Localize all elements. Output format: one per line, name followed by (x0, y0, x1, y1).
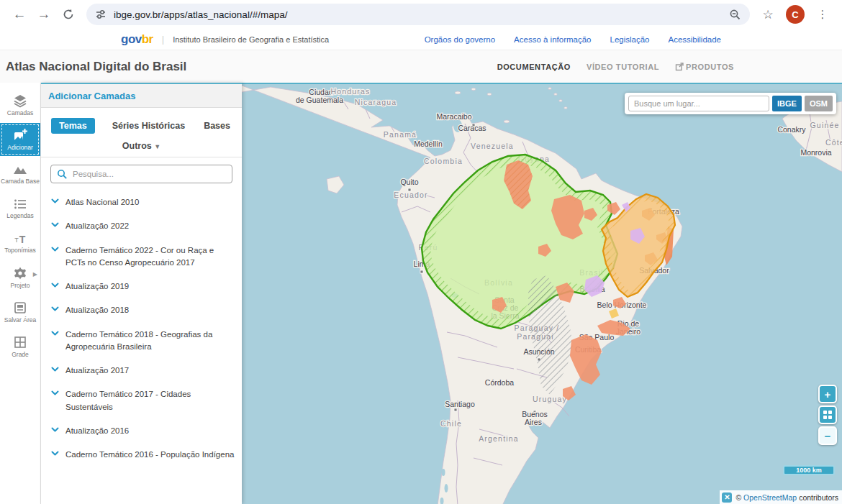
map-label: Panamá (384, 130, 417, 139)
external-link-icon (675, 63, 684, 71)
map-label: Ecuador (394, 191, 428, 199)
mountain-icon (12, 163, 28, 176)
chevron-down-icon (51, 247, 59, 252)
map-label: Chile (440, 419, 462, 428)
openstreetmap-link[interactable]: OpenStreetMap (743, 493, 797, 502)
chevron-down-icon (51, 427, 59, 433)
attribution-bar: ✕ © OpenStreetMap contributors (720, 490, 842, 504)
map-label: Colombia (424, 157, 463, 165)
chevron-down-icon: ▼ (154, 143, 160, 150)
chevron-down-icon (51, 367, 59, 372)
documentacao-link[interactable]: DOCUMENTAÇÃO (497, 63, 571, 71)
chevron-down-icon (51, 306, 59, 312)
forward-button[interactable]: → (32, 2, 56, 27)
map-canvas[interactable]: Ciudadde GuatemalaHondurasNicaraguaPanam… (242, 83, 842, 504)
panel-header: Adicionar Camadas (41, 84, 242, 108)
map-label: Santiago (445, 400, 475, 408)
layer-group-atualizacao-2017[interactable]: Atualização 2017 (41, 359, 242, 382)
video-tutorial-link[interactable]: VÍDEO TUTORIAL (587, 63, 659, 71)
map-label: Argentina (479, 434, 519, 443)
map-svg: Ciudadde GuatemalaHondurasNicaraguaPanam… (242, 84, 842, 504)
gov-link-acesso[interactable]: Acesso à informação (514, 35, 591, 44)
chevron-down-icon (51, 283, 59, 288)
chevron-down-icon (51, 222, 59, 228)
rail-item-grade[interactable]: Grade (0, 330, 40, 363)
titlebar-links: DOCUMENTAÇÃO VÍDEO TUTORIAL PRODUTOS (497, 63, 734, 71)
page-title: Atlas Nacional Digital do Brasil (6, 60, 186, 74)
institution-name: Instituto Brasileiro de Geografia e Esta… (173, 35, 329, 44)
layer-group-caderno-2017[interactable]: Caderno Temático 2017 - Cidades Sustentá… (41, 382, 242, 419)
layer-group-atualizacao-2016[interactable]: Atualização 2016 (41, 419, 242, 443)
gov-link-orgaos[interactable]: Orgãos do governo (425, 35, 495, 44)
gov-link-legislacao[interactable]: Legislação (610, 35, 650, 44)
govbr-logo[interactable]: govbr (121, 32, 153, 47)
layers-icon (12, 93, 28, 108)
layer-group-atualizacao-2019[interactable]: Atualização 2019 (41, 275, 242, 298)
extent-grid-icon (823, 411, 832, 419)
layer-group-atualizacao-2018[interactable]: Atualização 2018 (41, 298, 242, 322)
legend-list-icon (12, 198, 28, 211)
url-bar[interactable]: ibge.gov.br/apps/atlas_nacional/#/mapa/ (86, 4, 750, 25)
govbr-header: govbr | Instituto Brasileiro de Geografi… (0, 29, 842, 50)
chevron-down-icon (51, 198, 59, 204)
save-area-icon (12, 301, 28, 315)
attribution-close-button[interactable]: ✕ (722, 492, 732, 503)
rail-item-camada-base[interactable]: Camada Base (0, 157, 40, 191)
zoom-extent-button[interactable] (818, 406, 837, 424)
basemap-ibge-button[interactable]: IBGE (772, 96, 802, 111)
zoom-out-button[interactable]: − (818, 426, 837, 445)
layer-group-caderno-2018[interactable]: Caderno Temático 2018 - Geografias da Ag… (41, 323, 242, 359)
chevron-down-icon (51, 331, 59, 336)
layer-list: Atlas Nacional 2010 Atualização 2022 Cad… (41, 188, 242, 504)
layer-group-caderno-2016[interactable]: Caderno Temático 2016 - População Indíge… (41, 443, 242, 467)
map-label: de Guatemala (296, 96, 343, 104)
tab-temas[interactable]: Temas (51, 118, 95, 134)
submenu-arrow-icon: ▶ (33, 271, 37, 278)
grid-icon (13, 335, 27, 349)
layer-group-atualizacao-2022[interactable]: Atualização 2022 (41, 214, 242, 238)
site-settings-icon[interactable] (95, 9, 107, 20)
rail-item-adicionar[interactable]: Adicionar (0, 123, 40, 156)
chevron-down-icon (51, 451, 59, 457)
rail-item-toponimias[interactable]: T T Toponímias (0, 226, 40, 260)
gov-links: Orgãos do governo Acesso à informação Le… (425, 35, 721, 44)
panel-search (41, 157, 242, 188)
bookmark-star-button[interactable]: ☆ (756, 2, 780, 27)
place-search-input[interactable] (628, 96, 769, 111)
gov-link-acessibilidade[interactable]: Acessibilidade (668, 35, 721, 44)
svg-text:T: T (19, 234, 26, 245)
map-label: Côte d'Ivoire (825, 138, 842, 147)
map-label: Caracas (458, 124, 486, 132)
layer-search-input[interactable] (73, 170, 226, 178)
layer-group-atlas-2010[interactable]: Atlas Nacional 2010 (41, 191, 242, 214)
produtos-link[interactable]: PRODUTOS (675, 63, 734, 71)
attribution-text: © OpenStreetMap contributors (735, 493, 838, 502)
rail-item-camadas[interactable]: Camadas (0, 88, 40, 122)
layer-group-caderno-2022[interactable]: Caderno Temático 2022 - Cor ou Raça e PC… (41, 239, 242, 275)
map-label: Honduras (330, 87, 370, 96)
map-label: Monrovia (800, 148, 831, 157)
zoom-indicator-icon[interactable] (729, 9, 741, 21)
profile-avatar[interactable]: C (786, 5, 805, 24)
tab-series-historicas[interactable]: Séries Históricas (111, 118, 186, 134)
panel-tabs: Temas Séries Históricas Bases Outros ▼ (41, 108, 242, 157)
reload-button[interactable] (56, 2, 81, 27)
back-button[interactable]: ← (7, 2, 32, 27)
zoom-controls: + − (818, 385, 837, 445)
tab-outros-dropdown[interactable]: Outros ▼ (51, 141, 232, 151)
layer-add-icon (12, 128, 28, 142)
gear-icon (13, 266, 27, 280)
rail-item-legendas[interactable]: Legendas (0, 192, 40, 225)
tab-bases[interactable]: Bases (202, 118, 232, 134)
panel-title: Adicionar Camadas (48, 91, 135, 101)
rail-item-salvar-area[interactable]: Salvar Área (0, 295, 40, 329)
zoom-in-button[interactable]: + (818, 385, 837, 403)
basemap-osm-button[interactable]: OSM (805, 96, 833, 111)
rail-item-projeto[interactable]: Projeto ▶ (0, 261, 40, 294)
url-text: ibge.gov.br/apps/atlas_nacional/#/mapa/ (114, 9, 729, 20)
browser-menu-button[interactable]: ⋮ (810, 2, 835, 27)
map-label: Nicaragua (355, 98, 397, 106)
browser-chrome: ← → ibge.gov.br/apps/atlas_nacional/#/ma… (0, 0, 842, 29)
map-label: Venezuela (471, 142, 514, 150)
map-label: Guinée (810, 121, 839, 129)
